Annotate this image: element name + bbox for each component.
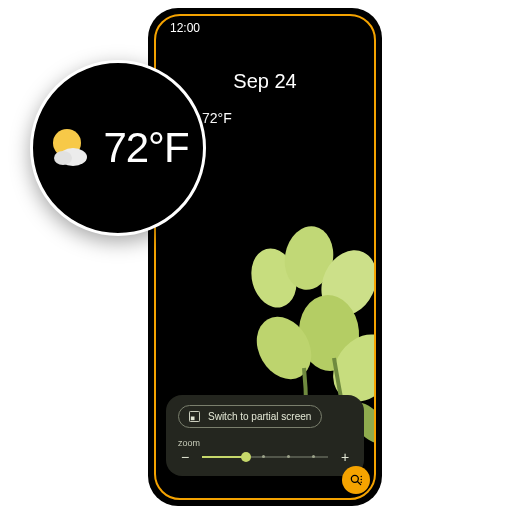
svg-point-14 xyxy=(360,476,362,478)
lockscreen-date: Sep 24 xyxy=(156,70,374,93)
svg-point-15 xyxy=(360,479,362,481)
zoom-out-button[interactable]: − xyxy=(178,450,192,464)
magnifier-control-panel: Switch to partial screen zoom − xyxy=(166,395,364,476)
zoom-slider[interactable] xyxy=(202,451,328,463)
switch-partial-screen-button[interactable]: Switch to partial screen xyxy=(178,405,322,428)
svg-point-2 xyxy=(245,243,303,312)
status-time: 12:00 xyxy=(170,21,200,35)
zoom-in-button[interactable]: + xyxy=(338,450,352,464)
weather-sun-cloud-icon xyxy=(47,125,93,171)
zoom-label: zoom xyxy=(178,438,352,448)
svg-point-6 xyxy=(246,307,322,389)
svg-rect-11 xyxy=(191,417,195,421)
svg-point-16 xyxy=(360,482,362,484)
magnifier-highlight-border: 12:00 Sep 24 72°F xyxy=(154,14,376,500)
weather-temp-small: 72°F xyxy=(202,110,232,126)
zoom-slider-row: − + xyxy=(178,450,352,464)
svg-point-4 xyxy=(311,241,376,325)
switch-partial-screen-label: Switch to partial screen xyxy=(208,411,311,422)
zoom-callout-temp: 72°F xyxy=(103,124,188,172)
magnifier-fab-button[interactable] xyxy=(342,466,370,494)
zoom-slider-thumb[interactable] xyxy=(241,452,251,462)
svg-point-3 xyxy=(280,222,338,293)
phone-frame: 12:00 Sep 24 72°F xyxy=(148,8,382,506)
svg-line-13 xyxy=(358,482,361,485)
partial-screen-icon xyxy=(189,411,200,422)
zoom-callout-bubble: 72°F xyxy=(30,60,206,236)
magnify-icon xyxy=(349,473,363,487)
status-bar: 12:00 xyxy=(156,16,374,40)
svg-point-19 xyxy=(54,151,72,165)
svg-point-5 xyxy=(296,293,362,374)
svg-point-12 xyxy=(351,475,358,482)
